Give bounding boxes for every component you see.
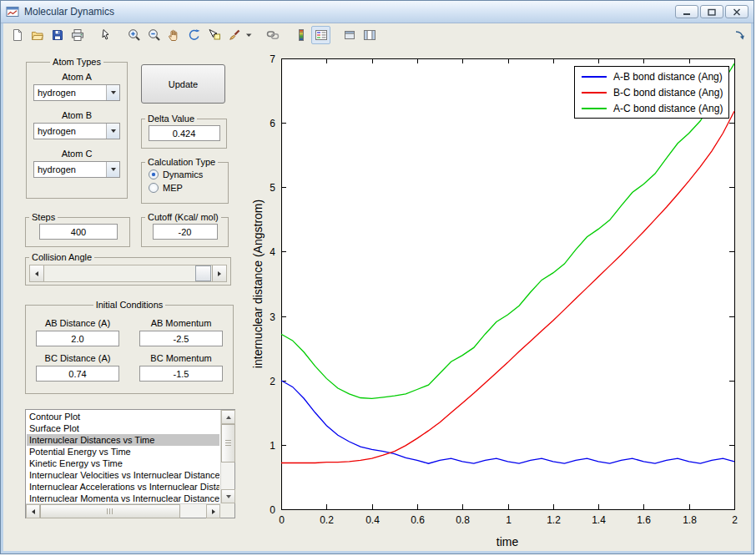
calculation-type-legend: Calculation Type xyxy=(145,157,218,167)
print-figure-button[interactable] xyxy=(68,26,87,44)
y-tick-label: 0 xyxy=(270,504,275,516)
y-tick-label: 5 xyxy=(270,182,275,194)
vertical-scroll-thumb[interactable] xyxy=(221,424,235,462)
atom-a-label: Atom A xyxy=(27,72,127,82)
edit-plot-button[interactable] xyxy=(96,26,115,44)
y-tick-label: 6 xyxy=(270,118,275,129)
list-item[interactable]: Internuclear Distances vs Time xyxy=(27,434,219,446)
brush-dropdown-button[interactable] xyxy=(244,26,254,44)
brush-data-button[interactable] xyxy=(224,26,244,44)
insert-legend-button[interactable] xyxy=(311,26,330,44)
bc-momentum-label: BC Momentum xyxy=(129,353,233,363)
plot-type-list-items: Contour PlotSurface PlotInternuclear Dis… xyxy=(27,411,219,503)
list-item[interactable]: Potential Energy vs Time xyxy=(27,446,219,457)
collision-angle-panel: Collision Angle xyxy=(25,252,231,286)
y-tick-label: 7 xyxy=(270,53,275,65)
y-tick-label: 2 xyxy=(270,376,275,387)
zoom-out-button[interactable] xyxy=(144,26,164,44)
list-item[interactable]: Contour Plot xyxy=(27,411,219,422)
scrollbar-corner xyxy=(220,503,234,518)
insert-colorbar-button[interactable] xyxy=(291,26,310,44)
scroll-up-button[interactable] xyxy=(221,410,235,424)
show-plot-tools-button[interactable] xyxy=(360,26,379,44)
legend-label: B-C bond distance (Ang) xyxy=(613,87,723,99)
save-figure-icon xyxy=(51,28,64,42)
chevron-down-icon xyxy=(111,91,116,94)
hide-plot-tools-button[interactable] xyxy=(340,26,359,44)
collision-angle-slider[interactable] xyxy=(29,265,227,282)
zoom-in-button[interactable] xyxy=(124,26,144,44)
atom-c-dropdown-button[interactable] xyxy=(106,162,119,177)
ab-momentum-label: AB Momentum xyxy=(129,318,233,328)
atom-types-panel: Atom Types Atom A hydrogen Atom B hydrog… xyxy=(26,57,128,199)
open-file-button[interactable] xyxy=(28,26,47,44)
update-button[interactable]: Update xyxy=(141,64,225,104)
window-icon xyxy=(6,6,19,18)
window-title: Molecular Dynamics xyxy=(24,6,114,18)
save-figure-button[interactable] xyxy=(48,26,67,44)
dock-figure-button[interactable] xyxy=(732,28,747,43)
link-plot-button[interactable] xyxy=(263,26,282,44)
atom-c-label: Atom C xyxy=(27,149,127,159)
plot-type-list[interactable]: Contour PlotSurface PlotInternuclear Dis… xyxy=(25,409,235,518)
figure-client-area: Atom Types Atom A hydrogen Atom B hydrog… xyxy=(3,23,751,551)
slider-thumb[interactable] xyxy=(195,265,211,281)
atom-c-dropdown[interactable]: hydrogen xyxy=(33,161,120,178)
window-controls xyxy=(675,5,748,18)
list-item[interactable]: Kinetic Energy vs Time xyxy=(27,457,219,469)
horizontal-scrollbar[interactable] xyxy=(26,503,220,518)
maximize-icon xyxy=(708,8,716,16)
steps-panel: Steps xyxy=(25,212,130,247)
ab-distance-field[interactable] xyxy=(36,331,119,346)
x-tick-label: 1.4 xyxy=(592,514,606,526)
vertical-scrollbar[interactable] xyxy=(220,410,234,503)
slider-right-arrow[interactable] xyxy=(212,265,226,281)
scroll-left-button[interactable] xyxy=(26,504,40,518)
new-figure-button[interactable] xyxy=(8,26,27,44)
close-icon xyxy=(733,8,741,16)
scroll-down-button[interactable] xyxy=(221,489,235,503)
atom-a-dropdown-button[interactable] xyxy=(106,85,119,100)
y-axis-label: internuclear distance (Angstrom) xyxy=(251,200,265,368)
legend-label: A-B bond distance (Ang) xyxy=(613,71,723,83)
list-item[interactable]: Surface Plot xyxy=(27,422,219,434)
atom-b-label: Atom B xyxy=(27,110,127,120)
list-item[interactable]: Internuclear Momenta vs Internuclear Dis… xyxy=(27,493,219,503)
dynamics-radio-row[interactable]: Dynamics xyxy=(149,169,228,179)
chevron-down-icon xyxy=(111,129,116,133)
minimize-button[interactable] xyxy=(675,5,698,18)
print-figure-icon xyxy=(71,28,84,42)
pan-button[interactable] xyxy=(164,26,184,44)
ab-momentum-field[interactable] xyxy=(139,331,223,346)
bc-distance-field[interactable] xyxy=(36,366,119,382)
atom-b-dropdown[interactable]: hydrogen xyxy=(33,123,120,139)
close-button[interactable] xyxy=(725,5,748,18)
steps-field[interactable] xyxy=(39,224,118,240)
slider-left-arrow[interactable] xyxy=(30,265,44,281)
maximize-button[interactable] xyxy=(700,5,723,18)
rotate-3d-button[interactable] xyxy=(184,26,204,44)
plot-legend[interactable]: A-B bond distance (Ang) B-C bond distanc… xyxy=(574,66,729,119)
dynamics-radio[interactable] xyxy=(149,169,159,179)
mep-radio[interactable] xyxy=(149,183,159,193)
calculation-type-panel: Calculation Type Dynamics MEP xyxy=(141,157,229,204)
data-cursor-button[interactable] xyxy=(204,26,224,44)
zoom-in-icon xyxy=(128,28,141,42)
atom-b-dropdown-button[interactable] xyxy=(106,124,119,139)
bc-momentum-field[interactable] xyxy=(139,366,223,382)
plot-canvas[interactable]: 00.20.40.60.811.21.41.61.8201234567 xyxy=(247,47,751,551)
legend-line-sample xyxy=(582,76,607,78)
horizontal-scroll-thumb[interactable] xyxy=(40,504,180,518)
delta-value-panel: Delta Value xyxy=(141,114,227,149)
mep-radio-row[interactable]: MEP xyxy=(149,183,228,193)
new-figure-icon xyxy=(11,28,24,42)
arrow-up-icon xyxy=(226,416,231,419)
legend-entry: A-B bond distance (Ang) xyxy=(575,68,728,84)
cutoff-field[interactable] xyxy=(153,224,218,240)
list-item[interactable]: Internuclear Velocities vs Internuclear … xyxy=(27,469,219,481)
scroll-right-button[interactable] xyxy=(206,504,220,518)
atom-a-dropdown[interactable]: hydrogen xyxy=(33,84,120,101)
list-item[interactable]: Internuclear Accelerations vs Internucle… xyxy=(27,481,219,493)
delta-value-field[interactable] xyxy=(149,125,220,141)
titlebar[interactable]: Molecular Dynamics xyxy=(1,1,753,23)
